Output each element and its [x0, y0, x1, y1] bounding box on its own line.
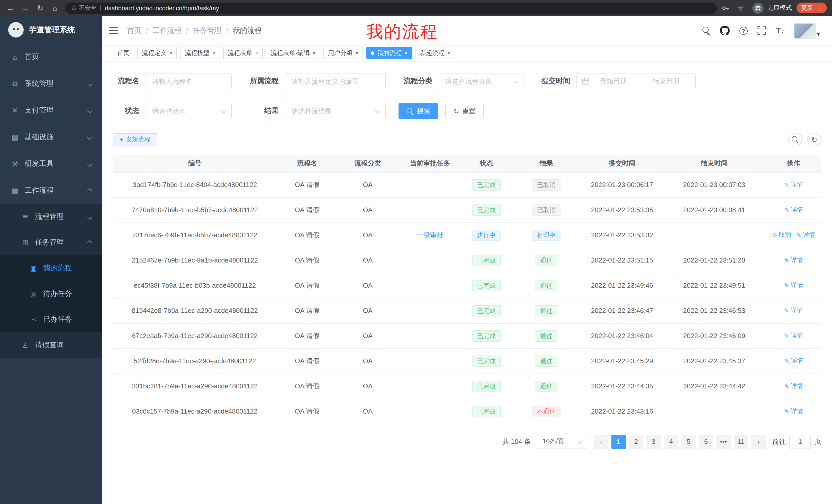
tab-process-form[interactable]: 流程表单× — [223, 47, 263, 59]
app-logo[interactable]: 芋道管理系统 — [0, 16, 102, 44]
breadcrumb-item[interactable]: 任务管理 — [193, 26, 222, 35]
sidebar-item-process-management[interactable]: ≣ 流程管理 — [0, 204, 102, 230]
fullscreen-icon[interactable] — [757, 26, 766, 35]
submit-time-range-picker[interactable]: 开始日期 - 结束日期 — [576, 73, 696, 89]
reset-button[interactable]: ↻ 重置 — [445, 103, 484, 119]
close-icon[interactable]: × — [212, 50, 215, 56]
url-text[interactable]: dashboard.yudao.iocoder.cn/bpm/task/my — [105, 4, 219, 11]
cancel-link[interactable]: ⊘取消 — [772, 231, 791, 240]
detail-link[interactable]: ✎详情 — [784, 256, 803, 264]
sidebar-item-leave-query[interactable]: ♙ 请假查询 — [0, 332, 102, 358]
page-button-4[interactable]: 4 — [664, 435, 678, 449]
sidebar-item-todo-tasks[interactable]: ◎ 待办任务 — [0, 281, 102, 307]
sidebar-item-workflow[interactable]: ▦ 工作流程 — [0, 177, 102, 204]
sidebar-item-devtools[interactable]: ⚒ 研发工具 — [0, 150, 102, 177]
process-name-input[interactable] — [146, 73, 232, 89]
sidebar-item-payment[interactable]: ¥ 支付管理 — [0, 97, 102, 124]
reload-icon[interactable]: ↻ — [35, 4, 45, 12]
detail-link[interactable]: ✎详情 — [784, 331, 803, 340]
key-icon[interactable] — [722, 4, 730, 12]
tab-home[interactable]: 首页 — [113, 47, 134, 59]
user-avatar[interactable]: ▾ — [794, 23, 820, 38]
browser-menu-icon[interactable]: ⋮ — [816, 5, 822, 11]
tab-process-form-edit[interactable]: 流程表单-编辑× — [266, 47, 320, 59]
edit-icon: ✎ — [784, 307, 789, 314]
help-icon[interactable]: ? — [739, 26, 747, 35]
sidebar-item-infrastructure[interactable]: ▤ 基础设施 — [0, 124, 102, 150]
tab-process-model[interactable]: 流程模型× — [180, 47, 220, 59]
current-task-link[interactable]: 一级审批 — [417, 231, 443, 239]
sidebar-item-done-tasks[interactable]: ✂ 已办任务 — [0, 307, 102, 332]
page-button-2[interactable]: 2 — [629, 435, 643, 449]
search-icon[interactable] — [702, 27, 710, 34]
sidebar-item-task-management[interactable]: ⊞ 任务管理 — [0, 230, 102, 255]
page-button-6[interactable]: 6 — [699, 435, 713, 449]
goto-page-input[interactable] — [789, 435, 811, 449]
tab-user-group[interactable]: 用户分组× — [323, 47, 363, 59]
chevron-up-icon — [87, 188, 92, 193]
detail-link[interactable]: ✎详情 — [784, 306, 803, 315]
home-icon[interactable]: ⌂ — [50, 4, 60, 12]
close-icon[interactable]: × — [169, 50, 173, 56]
result-select-input[interactable] — [285, 103, 386, 119]
breadcrumb-item[interactable]: 工作流程 — [153, 26, 182, 35]
security-status[interactable]: ⚠ 不安全 — [72, 4, 96, 12]
detail-link[interactable]: ✎详情 — [784, 281, 803, 290]
cell-submit-time: 2022-01-23 00:06:17 — [581, 172, 662, 197]
detail-link[interactable]: ✎详情 — [784, 357, 803, 365]
close-icon[interactable]: × — [355, 50, 359, 56]
close-icon[interactable]: × — [312, 50, 316, 56]
forward-icon[interactable]: → — [20, 4, 30, 12]
page-button-1[interactable]: 1 — [612, 435, 626, 449]
sidebar-item-label: 工作流程 — [25, 186, 53, 195]
github-icon[interactable] — [720, 26, 729, 35]
sidebar-item-system[interactable]: ⚙ 系统管理 — [0, 71, 102, 97]
sidebar-item-home[interactable]: ⌂ 首页 — [0, 44, 102, 71]
toggle-search-button[interactable] — [788, 133, 802, 146]
font-size-icon[interactable]: T↕ — [776, 26, 784, 35]
search-button[interactable]: 搜索 — [398, 103, 438, 119]
next-page-button[interactable]: › — [751, 435, 766, 449]
page-size-select[interactable] — [537, 435, 586, 449]
cell-end-time: 2022-01-23 00:08:41 — [662, 197, 766, 222]
process-definition-input[interactable] — [285, 73, 386, 89]
detail-link[interactable]: ✎详情 — [796, 231, 815, 240]
category-select[interactable] — [439, 73, 523, 89]
result-select[interactable] — [285, 103, 386, 119]
status-badge: 已完成 — [472, 204, 501, 216]
close-icon[interactable]: × — [404, 50, 408, 56]
more-pages-button[interactable]: ••• — [716, 435, 731, 449]
refresh-table-button[interactable]: ↻ — [807, 133, 821, 146]
detail-link[interactable]: ✎详情 — [784, 382, 803, 390]
page-button-11[interactable]: 11 — [734, 435, 748, 449]
address-bar[interactable]: ⚠ 不安全 dashboard.yudao.iocoder.cn/bpm/tas… — [65, 2, 717, 13]
detail-link[interactable]: ✎详情 — [784, 407, 803, 416]
tab-process-definition[interactable]: 流程定义× — [137, 47, 177, 59]
close-icon[interactable]: × — [447, 50, 450, 56]
page-button-5[interactable]: 5 — [681, 435, 696, 449]
detail-link[interactable]: ✎详情 — [784, 180, 803, 189]
result-badge: 通过 — [535, 355, 558, 367]
bookmark-star-icon[interactable]: ☆ — [735, 4, 746, 11]
start-process-button[interactable]: + 发起流程 — [113, 133, 157, 146]
table-header-row: 编号 流程名 流程分类 当前审批任务 状态 结果 提交时间 结束时间 操作 — [113, 155, 821, 172]
page-button-3[interactable]: 3 — [646, 435, 661, 449]
tab-start-process[interactable]: 发起流程× — [415, 47, 455, 59]
chevron-up-icon — [87, 240, 92, 245]
result-badge: 处理中 — [532, 229, 561, 241]
prev-page-button[interactable]: ‹ — [594, 435, 608, 449]
category-select-input[interactable] — [439, 73, 523, 89]
status-select-input[interactable] — [146, 103, 232, 119]
detail-link[interactable]: ✎详情 — [784, 205, 803, 214]
status-badge: 已完成 — [472, 179, 501, 190]
sidebar-menu: ⌂ 首页 ⚙ 系统管理 ¥ 支付管理 ▤ 基础设施 — [0, 44, 102, 358]
status-select[interactable] — [146, 103, 232, 119]
tab-my-process[interactable]: 我的流程× — [366, 47, 412, 59]
sidebar-item-my-process[interactable]: ▣ 我的流程 — [0, 255, 102, 281]
menu-fold-icon[interactable] — [109, 27, 118, 34]
caret-down-icon: ▾ — [817, 30, 820, 38]
breadcrumb-item[interactable]: 首页 — [127, 26, 141, 35]
back-icon[interactable]: ← — [5, 4, 16, 12]
close-icon[interactable]: × — [255, 50, 258, 56]
update-button[interactable]: 更新 ⋮ — [797, 3, 827, 13]
